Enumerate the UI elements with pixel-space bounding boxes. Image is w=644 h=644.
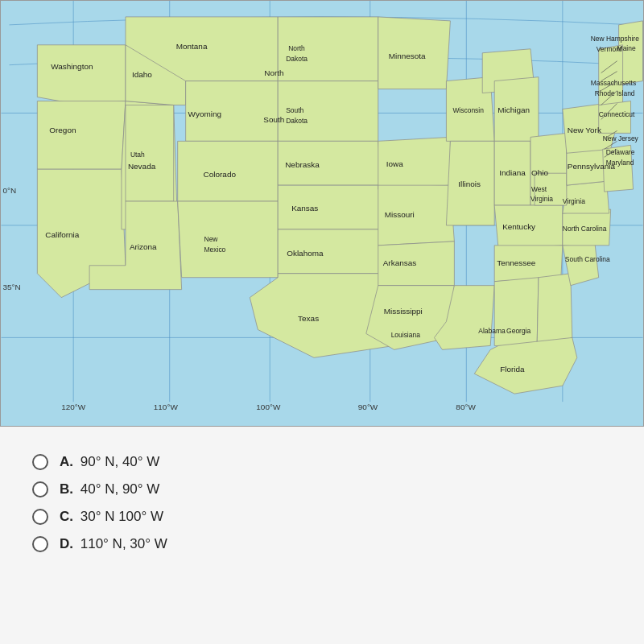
coord-110w: 110°W (154, 402, 179, 411)
label-south: South (263, 115, 284, 124)
state-wyoming: Wyoming (188, 109, 221, 118)
coord-35n: 35°N (3, 283, 21, 291)
answer-option-b[interactable]: B. 40° N, 90° W (32, 481, 612, 497)
answers-section: A. 90° N, 40° W B. 40° N, 90° W C. 30° N… (0, 427, 644, 580)
coord-100w: 100°W (256, 402, 281, 411)
state-new-mexico: New (204, 235, 219, 243)
state-massachusetts: Massachusetts (591, 79, 636, 87)
label-north: North (264, 68, 283, 77)
state-north-dakota: North (288, 44, 305, 52)
state-georgia: Georgia (506, 327, 530, 335)
coord-120w: 120°W (61, 402, 86, 411)
state-connecticut: Connecticut (599, 110, 635, 118)
state-idaho: Idaho (132, 70, 152, 79)
answer-option-a[interactable]: A. 90° N, 40° W (32, 454, 612, 470)
state-colorado: Colorado (204, 170, 237, 179)
state-illinois: Illinois (458, 180, 481, 188)
state-north-carolina: North Carolina (563, 225, 607, 233)
answer-option-d[interactable]: D. 110° N, 30° W (32, 536, 612, 552)
answer-option-c[interactable]: C. 30° N 100° W (32, 509, 612, 525)
answer-text-b: B. 40° N, 90° W (60, 481, 159, 497)
state-nebraska: Nebraska (285, 160, 320, 169)
state-texas: Texas (298, 314, 319, 323)
state-iowa: Iowa (386, 159, 403, 168)
state-maryland: Maryland (606, 159, 634, 167)
state-michigan: Michigan (497, 105, 530, 114)
state-montana: Montana (176, 42, 208, 51)
radio-a[interactable] (32, 454, 48, 470)
state-missouri: Missouri (385, 210, 415, 219)
state-florida: Florida (500, 365, 525, 374)
state-south-dakota: South (286, 106, 303, 114)
state-south-carolina: South Carolina (565, 255, 610, 263)
state-minnesota: Minnesota (389, 52, 426, 60)
state-vermont: Vermont (597, 45, 622, 53)
radio-d[interactable] (32, 536, 48, 552)
coord-80w: 80°W (456, 402, 476, 411)
state-new-jersey: New Jersey (603, 134, 639, 142)
state-south-dakota-2: Dakota (286, 117, 308, 125)
state-california: California (45, 230, 80, 239)
state-kentucky: Kentucky (502, 222, 535, 231)
radio-c[interactable] (32, 509, 48, 525)
state-new-mexico-2: Mexico (204, 246, 226, 254)
state-utah: Utah (130, 151, 145, 159)
coord-0n: 0°N (3, 186, 17, 195)
answer-text-a: A. 90° N, 40° W (60, 454, 159, 470)
state-arizona: Arizona (130, 242, 157, 251)
state-louisiana: Louisiana (391, 331, 420, 339)
state-tennessee: Tennessee (497, 258, 536, 267)
state-new-york: New York (568, 126, 601, 134)
radio-b[interactable] (32, 481, 48, 497)
usa-map: Washington Oregon California Nevada Idah… (0, 0, 644, 427)
svg-marker-41 (494, 278, 539, 350)
answer-text-c: C. 30° N 100° W (60, 509, 163, 525)
state-west-virginia-2: Virginia (530, 195, 553, 203)
svg-marker-20 (178, 201, 279, 278)
coord-90w: 90°W (358, 402, 378, 411)
state-ohio: Ohio (531, 168, 548, 177)
state-north-dakota-2: Dakota (286, 55, 308, 63)
answer-text-d: D. 110° N, 30° W (60, 536, 167, 552)
state-alabama: Alabama (478, 327, 506, 335)
state-west-virginia: West (531, 185, 547, 193)
state-mississippi: Mississippi (384, 307, 423, 316)
state-washington: Washington (51, 62, 93, 71)
state-indiana: Indiana (499, 168, 526, 177)
state-arkansas: Arkansas (383, 258, 417, 267)
svg-marker-10 (37, 45, 126, 105)
state-virginia: Virginia (563, 197, 585, 205)
state-nevada: Nevada (128, 162, 156, 171)
state-new-hampshire: New Hampshire (591, 35, 639, 43)
state-kansas: Kansas (291, 204, 318, 213)
svg-marker-11 (37, 101, 126, 170)
state-delaware: Delaware (606, 148, 635, 156)
state-oklahoma: Oklahoma (287, 249, 324, 258)
state-oregon: Oregon (49, 126, 76, 134)
state-wisconsin: Wisconsin (452, 106, 484, 114)
